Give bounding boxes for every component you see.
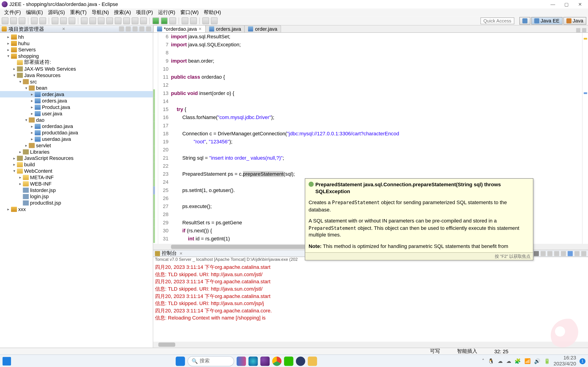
menu-item[interactable]: 编辑(E) <box>23 9 45 16</box>
new-button[interactable] <box>2 17 8 24</box>
toolbar-icon[interactable] <box>39 17 46 24</box>
taskbar-search[interactable]: 🔍搜索 <box>188 356 234 366</box>
tree-twisty[interactable]: ▸ <box>30 105 35 109</box>
minimize-console-button[interactable] <box>574 251 579 256</box>
back-button[interactable] <box>202 17 209 24</box>
editor-tab[interactable]: order.java <box>244 25 281 32</box>
tree-twisty[interactable]: ▸ <box>30 124 35 128</box>
open-console-button[interactable] <box>568 251 573 256</box>
minimize-editor-button[interactable] <box>576 28 580 32</box>
menu-item[interactable]: 项目(P) <box>133 9 156 16</box>
wechat-icon[interactable] <box>284 357 294 366</box>
tree-node[interactable]: ▸Product.java <box>0 104 153 110</box>
perspective-java[interactable]: Java <box>563 17 586 24</box>
editor-tab[interactable]: orders.java <box>205 25 245 32</box>
menu-item[interactable]: 窗口(W) <box>178 9 201 16</box>
toolbar-icon[interactable] <box>152 17 159 24</box>
toolbar-icon[interactable] <box>98 17 104 24</box>
console-output[interactable]: 四月20, 2023 3:11:14 下午org.apache.catalina… <box>153 263 588 342</box>
tree-node[interactable]: ▸Servers <box>0 46 153 53</box>
toolbar-icon[interactable] <box>123 17 130 24</box>
code-editor[interactable]: 6789101112131415161718192021222324252627… <box>153 33 588 244</box>
toolbar-icon[interactable] <box>132 17 138 24</box>
perspective-javaee[interactable]: Java EE <box>531 17 562 24</box>
vscode-icon[interactable] <box>296 357 305 366</box>
display-selected-button[interactable] <box>561 251 566 256</box>
tree-node[interactable]: ▾bean <box>0 85 153 91</box>
tree-node[interactable]: ▸JAX-WS Web Services <box>0 66 153 72</box>
tree-twisty[interactable]: ▸ <box>18 150 23 154</box>
console-hscrollbar[interactable] <box>153 342 588 348</box>
tree-node[interactable]: ▾Java Resources <box>0 72 153 78</box>
tree-node[interactable]: ▸orders.java <box>0 98 153 104</box>
taskbar-app-icon[interactable] <box>237 357 246 366</box>
tree-twisty[interactable]: ▸ <box>24 143 29 148</box>
menu-item[interactable]: 文件(F) <box>2 9 23 16</box>
toolbar-icon[interactable] <box>161 17 167 24</box>
maximize-view-button[interactable] <box>146 26 151 31</box>
remove-all-button[interactable] <box>534 251 539 256</box>
toolbar-icon[interactable] <box>140 17 147 24</box>
close-view-icon[interactable]: ✕ <box>62 27 65 31</box>
tree-twisty[interactable]: ▾ <box>24 118 29 122</box>
tree-node[interactable]: productlist.jsp <box>0 200 153 206</box>
pin-console-button[interactable] <box>554 251 559 256</box>
tree-node[interactable]: 部署描述符: <box>0 59 153 66</box>
tree-twisty[interactable]: ▸ <box>30 111 35 116</box>
start-button[interactable] <box>2 357 11 365</box>
minimize-view-button[interactable] <box>139 26 144 31</box>
tree-node[interactable]: ▸order.java <box>0 91 153 98</box>
maximize-button[interactable]: ▢ <box>563 1 569 7</box>
menu-item[interactable]: 重构(T) <box>68 9 89 16</box>
tree-node[interactable]: ▸hh <box>0 34 153 40</box>
tree-node[interactable]: ▸orderdao.java <box>0 123 153 129</box>
tree-twisty[interactable]: ▸ <box>6 41 11 45</box>
tree-node[interactable]: ▸Libraries <box>0 148 153 155</box>
onedrive-icon[interactable]: ☁ <box>506 358 511 364</box>
tree-node[interactable]: ▸user.java <box>0 110 153 117</box>
collapse-all-button[interactable] <box>119 26 124 31</box>
tree-node[interactable]: ▸build <box>0 161 153 168</box>
tree-twisty[interactable]: ▸ <box>30 98 35 103</box>
eclipse-icon[interactable] <box>260 357 270 366</box>
tree-twisty[interactable]: ▸ <box>18 175 23 179</box>
toolbar-icon[interactable] <box>31 17 38 24</box>
toolbar-icon[interactable] <box>69 17 75 24</box>
tree-node[interactable]: login.jsp <box>0 193 153 200</box>
tree-node[interactable]: ▸xxx <box>0 206 153 212</box>
tree-node[interactable]: ▾dao <box>0 117 153 123</box>
maximize-editor-button[interactable] <box>582 28 586 32</box>
tree-twisty[interactable]: ▸ <box>12 67 17 71</box>
toolbar-icon[interactable] <box>190 17 197 24</box>
close-console-icon[interactable]: ✕ <box>179 251 183 256</box>
tree-node[interactable]: ▾src <box>0 78 153 85</box>
tree-twisty[interactable]: ▸ <box>30 131 35 135</box>
explorer-icon[interactable] <box>308 357 317 366</box>
menu-item[interactable]: 源码(S) <box>45 9 68 16</box>
save-button[interactable] <box>10 17 17 24</box>
tree-twisty[interactable]: ▸ <box>12 162 17 167</box>
tree-node[interactable]: ▸productdao.java <box>0 129 153 136</box>
menu-item[interactable]: 帮助(H) <box>201 9 224 16</box>
tree-node[interactable]: listorder.jsp <box>0 187 153 193</box>
battery-icon[interactable]: 🔋 <box>544 358 550 364</box>
tree-twisty[interactable]: ▸ <box>12 156 17 160</box>
link-editor-button[interactable] <box>126 26 131 31</box>
editor-tab[interactable]: *orderdao.java✕ <box>153 25 206 32</box>
debug-button[interactable] <box>52 17 58 24</box>
minimize-button[interactable]: — <box>550 1 556 7</box>
tray-icon[interactable]: 🐧 <box>488 358 494 364</box>
tree-twisty[interactable]: ▸ <box>30 92 35 97</box>
tree-node[interactable]: ▸userdao.java <box>0 136 153 142</box>
save-all-button[interactable] <box>19 17 25 24</box>
tree-node[interactable]: ▾WebContent <box>0 168 153 174</box>
tree-node[interactable]: ▸huhu <box>0 40 153 46</box>
tree-node[interactable]: ▸META-INF <box>0 174 153 181</box>
maximize-console-button[interactable] <box>581 251 586 256</box>
toolbar-icon[interactable] <box>81 17 87 24</box>
tree-twisty[interactable]: ▾ <box>6 54 11 58</box>
close-tab-icon[interactable]: ✕ <box>199 27 202 31</box>
taskbar-clock[interactable]: 16:23 2023/4/20 <box>553 356 576 367</box>
toolbar-icon[interactable] <box>106 17 113 24</box>
overview-ruler[interactable] <box>582 33 588 244</box>
